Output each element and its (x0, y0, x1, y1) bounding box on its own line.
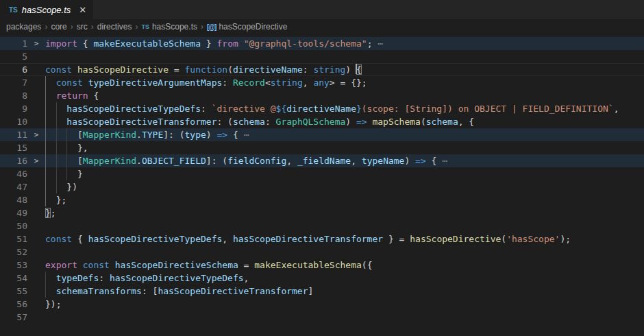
typescript-file-icon: TS (9, 6, 18, 14)
code-line-55[interactable]: 55 schemaTransforms: [hasScopeDirectiveT… (0, 285, 644, 298)
code-text[interactable]: }; (45, 193, 644, 206)
matched-bracket: } (45, 208, 51, 218)
code-text[interactable]: hasScopeDirectiveTypeDefs: `directive @$… (45, 102, 644, 115)
gutter-spacer (27, 245, 45, 259)
gutter-spacer (27, 102, 45, 115)
tab-bar: TS hasScope.ts ✕ (0, 0, 644, 19)
line-number: 51 (0, 232, 27, 245)
breadcrumb-separator-icon: › (135, 22, 138, 32)
breadcrumb-item-hasscope-file[interactable]: TShasScope.ts (141, 22, 197, 32)
code-line-11[interactable]: 11> [MapperKind.TYPE]: (type) => { ⋯ (0, 128, 644, 141)
line-number: 53 (0, 259, 27, 272)
code-line-52[interactable]: 52 (0, 245, 644, 259)
breadcrumb-item-src[interactable]: src (77, 22, 88, 32)
code-text[interactable] (45, 311, 644, 324)
code-text[interactable]: }, (45, 141, 644, 154)
gutter-spacer (27, 272, 45, 285)
breadcrumb-separator-icon: › (91, 22, 94, 32)
code-text[interactable]: const hasScopeDirective = function(direc… (45, 63, 644, 76)
code-text[interactable]: hasScopeDirectiveTransformer: (schema: G… (45, 115, 644, 128)
breadcrumb-label: core (51, 22, 66, 32)
gutter-spacer (27, 115, 45, 128)
gutter-spacer (27, 63, 45, 76)
code-text[interactable]: typeDefs: hasScopeDirectiveTypeDefs, (45, 272, 644, 285)
gutter-spacer (27, 219, 45, 232)
gutter-spacer (27, 285, 45, 298)
line-number: 54 (0, 272, 27, 285)
gutter-spacer (27, 50, 45, 63)
code-text[interactable]: const typeDirectiveArgumentMaps: Record<… (45, 76, 644, 89)
breadcrumb-item-core[interactable]: core (51, 22, 66, 32)
code-line-48[interactable]: 48 }; (0, 193, 644, 206)
code-line-9[interactable]: 9 hasScopeDirectiveTypeDefs: `directive … (0, 102, 644, 115)
code-text[interactable]: return { (45, 89, 644, 102)
line-number: 15 (0, 141, 27, 154)
indent-guide (66, 128, 67, 180)
gutter-spacer (27, 298, 45, 311)
breadcrumb-separator-icon: › (45, 22, 47, 32)
fold-chevron-icon[interactable]: > (27, 128, 45, 141)
line-number: 7 (0, 76, 27, 89)
line-number: 9 (0, 102, 27, 115)
line-number: 1 (0, 37, 27, 50)
code-line-1[interactable]: 1>import { makeExecutableSchema } from "… (0, 37, 644, 50)
code-text[interactable]: import { makeExecutableSchema } from "@g… (45, 37, 644, 50)
indent-guide (45, 272, 46, 298)
gutter-spacer (27, 259, 45, 272)
code-line-57[interactable]: 57 (0, 311, 644, 324)
symbol-variable-icon: [@] (207, 23, 216, 31)
code-text[interactable]: }) (45, 180, 644, 193)
line-number: 47 (0, 180, 27, 193)
code-line-53[interactable]: 53export const hasScopeDirectiveSchema =… (0, 259, 644, 272)
code-line-8[interactable]: 8 return { (0, 89, 644, 102)
fold-chevron-icon[interactable]: > (27, 37, 45, 50)
code-text[interactable]: export const hasScopeDirectiveSchema = m… (45, 259, 644, 272)
fold-chevron-icon[interactable]: > (27, 154, 45, 167)
code-text[interactable] (45, 50, 644, 63)
breadcrumb-item-packages[interactable]: packages (6, 22, 41, 32)
code-text[interactable]: const { hasScopeDirectiveTypeDefs, hasSc… (45, 232, 644, 245)
code-line-46[interactable]: 46 } (0, 167, 644, 180)
code-text[interactable]: [MapperKind.OBJECT_FIELD]: (fieldConfig,… (45, 154, 644, 167)
code-line-49[interactable]: 49}; (0, 206, 644, 219)
code-text[interactable]: schemaTransforms: [hasScopeDirectiveTran… (45, 285, 644, 298)
code-line-6[interactable]: 6const hasScopeDirective = function(dire… (0, 63, 644, 76)
breadcrumb-separator-icon: › (71, 22, 73, 32)
code-line-47[interactable]: 47 }) (0, 180, 644, 193)
code-text[interactable] (45, 245, 644, 259)
close-tab-icon[interactable]: ✕ (79, 5, 86, 15)
line-number: 50 (0, 219, 27, 232)
code-editor[interactable]: 1>import { makeExecutableSchema } from "… (0, 34, 644, 336)
line-number: 5 (0, 50, 27, 63)
code-line-50[interactable]: 50 (0, 219, 644, 232)
gutter-spacer (27, 167, 45, 180)
breadcrumb-separator-icon: › (201, 22, 203, 32)
code-line-16[interactable]: 16> [MapperKind.OBJECT_FIELD]: (fieldCon… (0, 154, 644, 167)
gutter-spacer (27, 206, 45, 219)
breadcrumb-item-hasscopedirective-symbol[interactable]: [@]hasScopeDirective (207, 22, 287, 32)
breadcrumb-item-directives[interactable]: directives (97, 22, 132, 32)
code-line-54[interactable]: 54 typeDefs: hasScopeDirectiveTypeDefs, (0, 272, 644, 285)
typescript-file-icon: TS (141, 23, 149, 30)
code-text[interactable]: } (45, 167, 644, 180)
code-line-56[interactable]: 56}); (0, 298, 644, 311)
code-line-5[interactable]: 5 (0, 50, 644, 63)
tab-hasscope-ts[interactable]: TS hasScope.ts ✕ (0, 0, 93, 19)
gutter-spacer (27, 232, 45, 245)
breadcrumb-label: directives (97, 22, 132, 32)
code-line-10[interactable]: 10 hasScopeDirectiveTransformer: (schema… (0, 115, 644, 128)
line-number: 11 (0, 128, 27, 141)
code-text[interactable]: }; (45, 206, 644, 219)
gutter-spacer (27, 180, 45, 193)
code-line-15[interactable]: 15 }, (0, 141, 644, 154)
breadcrumb-label: hasScopeDirective (219, 22, 287, 32)
breadcrumb-label: packages (6, 22, 41, 32)
folded-code-ellipsis: ⋯ (436, 156, 447, 166)
line-number: 55 (0, 285, 27, 298)
code-text[interactable] (45, 219, 644, 232)
code-text[interactable]: }); (45, 298, 644, 311)
code-line-51[interactable]: 51const { hasScopeDirectiveTypeDefs, has… (0, 232, 644, 245)
folded-code-ellipsis: ⋯ (372, 38, 383, 49)
code-line-7[interactable]: 7 const typeDirectiveArgumentMaps: Recor… (0, 76, 644, 89)
code-text[interactable]: [MapperKind.TYPE]: (type) => { ⋯ (45, 128, 644, 141)
